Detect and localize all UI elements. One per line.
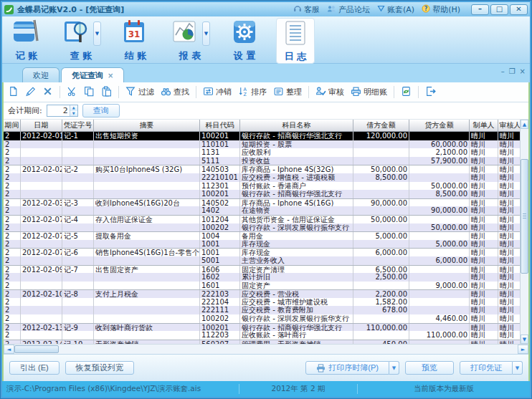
vertical-scrollbar[interactable]: ▲ ▼ xyxy=(520,120,528,344)
horizontal-scrollbar[interactable]: ◄ ► xyxy=(4,344,528,354)
table-row[interactable]: 2222104应交税费 - 城市维护建设税1,582.00晴川晴川 xyxy=(4,298,523,307)
scroll-left-icon[interactable]: ◄ xyxy=(4,345,14,354)
table-row[interactable]: 22012-02-14记-10无形资产摊销560207管理费用 - 无形资产摊销… xyxy=(4,340,523,344)
query-button[interactable]: 查询 xyxy=(82,104,120,117)
minimize-button[interactable]: – xyxy=(471,4,489,15)
paste-button[interactable] xyxy=(101,86,112,99)
table-row[interactable]: 22012-02-10记-8支付上月税金222103应交税费 - 营业税2,20… xyxy=(4,289,523,298)
cell-maker: 晴川 xyxy=(470,256,498,265)
table-row[interactable]: 2222111应交税费 - 教育费附加678.00晴川晴川 xyxy=(4,306,523,314)
table-row[interactable]: 22012-02-02记-2购买10台Iphone4S (32G)140503库… xyxy=(4,165,523,173)
scroll-up-icon[interactable]: ▲ xyxy=(521,120,528,129)
table-row[interactable]: 2100202银行存款 - 深圳发展银行振华支行4,460.00晴川晴川 xyxy=(4,314,523,323)
spinner-up-icon[interactable]: ▲ xyxy=(70,105,77,111)
close-button[interactable]: ✕ xyxy=(510,4,528,15)
exit-button[interactable] xyxy=(425,86,436,99)
table-row[interactable]: 2110101短期投资 - 股票60,000.00晴川晴川 xyxy=(4,140,523,149)
column-header[interactable]: 借方金额 xyxy=(353,120,409,131)
print-voucher-button[interactable]: 打印凭证 xyxy=(460,361,513,375)
table-row[interactable]: 22012-02-07记-6销售Iphone4S(16G)1台-零售个人1001… xyxy=(4,248,523,256)
nav-log-button[interactable]: 日 志 xyxy=(276,18,315,64)
delete-button[interactable] xyxy=(42,86,53,99)
column-header[interactable]: 科目名称 xyxy=(240,120,353,131)
cell-p: 2 xyxy=(4,190,21,198)
edit-button[interactable] xyxy=(25,86,36,99)
table-row[interactable]: 2112203应收账款 - 落叶商行110,000.00晴川晴川 xyxy=(4,331,523,340)
nav-record-button[interactable]: 记 账 xyxy=(8,18,45,62)
print-journal-button[interactable]: 打印序时簿(P) xyxy=(305,361,389,375)
table-row[interactable]: 21001库存现金5,000.00晴川晴川 xyxy=(4,240,523,249)
table-row[interactable]: 21602累计折旧2,500.00晴川晴川 xyxy=(4,273,523,282)
filter-button[interactable]: 过滤 xyxy=(125,86,154,99)
nav-report-button[interactable]: ▼报 表 xyxy=(167,18,213,62)
help-link[interactable]: ?帮助(H) xyxy=(422,4,460,15)
column-header[interactable]: 日期 xyxy=(21,120,62,131)
table-row[interactable]: 22012-02-03记-3收到Iphone4S(16G)20台140502库存… xyxy=(4,198,523,207)
audit-button[interactable]: 审核 xyxy=(315,86,344,99)
cell-credit: 6,000.00 xyxy=(409,256,470,265)
table-row[interactable]: 22012-02-13记-9收到落叶商行货款100201银行存款 - 招商银行华… xyxy=(4,323,523,332)
table-row[interactable]: 25111投资收益57,900.00晴川晴川 xyxy=(4,157,523,165)
column-header[interactable]: 审核人 xyxy=(498,120,523,131)
hscroll-thumb[interactable] xyxy=(14,345,59,353)
filter-label: 过滤 xyxy=(138,87,154,97)
copy-button[interactable] xyxy=(84,86,95,99)
column-header[interactable]: 期间 xyxy=(4,120,21,131)
column-header[interactable]: 凭证字号 xyxy=(62,120,94,131)
restore-columns-button[interactable]: 恢复预设列宽 xyxy=(65,361,134,375)
reverse-button[interactable]: 冲销 xyxy=(203,86,232,99)
sort-label: 排序 xyxy=(251,87,267,97)
table-row[interactable]: 22012-02-07记-4存入信用证保证金101204其他货币资金 - 信用证… xyxy=(4,215,523,223)
table-row[interactable]: 2100202银行存款 - 深圳发展银行振华支行50,000.00晴川晴川 xyxy=(4,223,523,232)
refresh-button[interactable] xyxy=(401,86,412,99)
cell-auditor: 晴川 xyxy=(498,182,523,191)
tab-voucher-query[interactable]: 凭证查询× xyxy=(61,67,124,82)
column-header[interactable]: 科目代码 xyxy=(200,120,240,131)
table-row[interactable]: 22012-02-09记-7出售固定资产1606固定资产清理6,500.00晴川… xyxy=(4,265,523,274)
column-header[interactable]: 贷方金额 xyxy=(409,120,470,131)
forum-link[interactable]: 产品论坛 xyxy=(327,4,370,15)
print-voucher-dropdown-icon[interactable]: ▼ xyxy=(513,361,523,375)
print-journal-dropdown-icon[interactable]: ▼ xyxy=(389,361,399,375)
table-row[interactable]: 25001主营业务收入6,000.00晴川晴川 xyxy=(4,256,523,265)
spinner-down-icon[interactable]: ▼ xyxy=(70,111,77,117)
table-row[interactable]: 22012-02-01记-1出售短期投资100201银行存款 - 招商银行华强北… xyxy=(4,132,523,140)
vscroll-thumb[interactable] xyxy=(521,159,528,274)
table-row[interactable]: 222210101应交税费 - 增值税 - 进项税额8,500.00晴川晴川 xyxy=(4,173,523,182)
detail-ledger-button[interactable]: 明细账 xyxy=(351,86,387,99)
export-button[interactable]: 引出 (E) xyxy=(9,361,60,375)
table-row[interactable]: 21131应收股利2,100.00晴川晴川 xyxy=(4,148,523,157)
check-dropdown-icon[interactable]: ▼ xyxy=(93,21,101,46)
panel-minimize-icon[interactable]: – xyxy=(501,67,505,75)
table-row[interactable]: 21601固定资产9,000.00晴川晴川 xyxy=(4,282,523,290)
table-row[interactable]: 2112301预付账款 - 香港商户50,000.00晴川晴川 xyxy=(4,182,523,191)
period-spinner[interactable]: 2 ▲ ▼ xyxy=(47,105,78,117)
sort-button[interactable]: AZ排序 xyxy=(238,86,267,99)
table-row[interactable]: 2100201银行存款 - 招商银行华强北支行8,500.00晴川晴川 xyxy=(4,190,523,198)
column-header[interactable]: 制单人 xyxy=(470,120,498,131)
scroll-right-icon[interactable]: ► xyxy=(518,345,528,354)
column-header[interactable]: 摘要 xyxy=(94,120,200,131)
new-button[interactable] xyxy=(8,86,19,99)
scroll-down-icon[interactable]: ▼ xyxy=(521,335,528,344)
cut-button[interactable] xyxy=(67,86,77,99)
panel-restore-icon[interactable]: ❐ xyxy=(509,67,516,75)
maximize-button[interactable]: □ xyxy=(490,4,508,15)
nav-check-button[interactable]: ▼查 账 xyxy=(58,18,104,62)
preview-button[interactable]: 预览 xyxy=(405,361,454,375)
nav-settings-button[interactable]: 设 置 xyxy=(226,18,263,62)
accounts-link[interactable]: 账套(A) xyxy=(377,4,414,15)
find-button[interactable]: 查找 xyxy=(161,86,189,99)
table-row[interactable]: 22012-02-07记-5提取备用金1004备用金5,000.00晴川晴川 xyxy=(4,231,523,240)
report-dropdown-icon[interactable]: ▼ xyxy=(202,21,210,46)
period-value[interactable]: 2 xyxy=(47,105,70,116)
tab-welcome[interactable]: 欢迎 xyxy=(22,67,60,82)
tidy-button[interactable]: 整理 xyxy=(273,86,302,99)
panel-close-icon[interactable]: × xyxy=(520,67,526,75)
cell-code: 112203 xyxy=(200,331,240,340)
tab-close-icon[interactable]: × xyxy=(108,72,113,80)
table-row[interactable]: 21402在途物资90,000.00晴川晴川 xyxy=(4,206,523,215)
service-link[interactable]: 客服 xyxy=(293,4,320,15)
nav-closing-button[interactable]: 31结 账 xyxy=(117,18,154,62)
cell-code: 112301 xyxy=(200,182,240,191)
